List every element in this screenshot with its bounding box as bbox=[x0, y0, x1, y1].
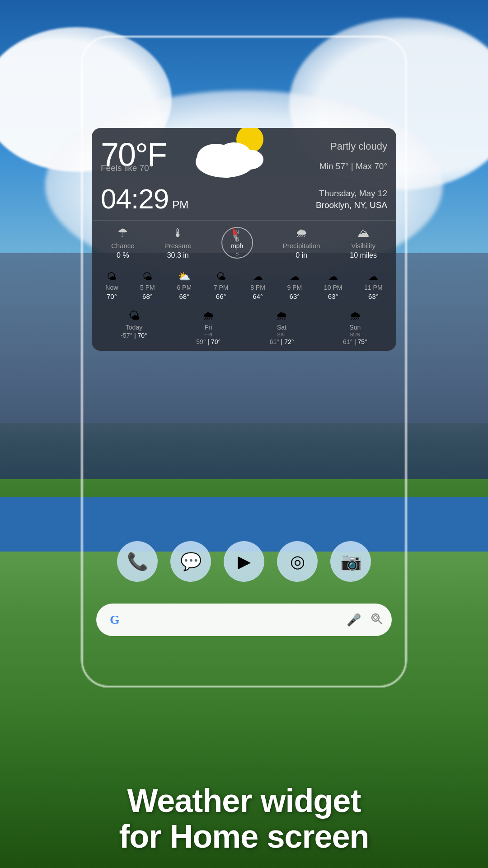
svg-line-7 bbox=[378, 620, 381, 623]
weather-date: Thursday, May 12 bbox=[316, 187, 387, 200]
stat-pressure: 🌡 Pressure 30.3 in bbox=[164, 226, 192, 259]
play-store-icon[interactable]: ▶ bbox=[224, 541, 264, 582]
chrome-icon[interactable]: ◎ bbox=[277, 541, 318, 582]
hour-icon: ☁ bbox=[253, 271, 263, 283]
hour-temp: 66° bbox=[216, 292, 226, 300]
voice-search-icon[interactable]: 🎤 bbox=[347, 613, 361, 627]
hour-temp: 63° bbox=[328, 292, 338, 300]
hour-label: 8 PM bbox=[250, 284, 265, 291]
weather-stats-row: ☂ Chance 0 % 🌡 Pressure 30.3 in N S bbox=[92, 220, 396, 266]
hour-icon: ☁ bbox=[290, 271, 300, 283]
precipitation-value: 0 in bbox=[296, 251, 307, 259]
hour-label: 11 PM bbox=[364, 284, 382, 291]
hour-label: 6 PM bbox=[177, 284, 192, 291]
hourly-item: 🌤 5 PM 68° bbox=[140, 271, 155, 300]
pressure-label: Pressure bbox=[164, 242, 192, 250]
app-dock: 📞💬▶◎📷 bbox=[83, 541, 405, 582]
hour-icon: 🌤 bbox=[107, 271, 117, 283]
stat-chance: ☂ Chance 0 % bbox=[111, 226, 135, 259]
title-line1: Weather widget bbox=[0, 783, 488, 819]
hour-icon: 🌤 bbox=[142, 271, 152, 283]
hour-temp: 64° bbox=[253, 292, 263, 300]
condition-text: Partly cloudy bbox=[330, 141, 387, 152]
svg-point-6 bbox=[374, 616, 377, 619]
camera-icon[interactable]: 📷 bbox=[330, 541, 371, 582]
pressure-icon: 🌡 bbox=[172, 226, 184, 240]
time-display: 04:29 PM bbox=[101, 183, 188, 215]
day-icon: 🌧 bbox=[202, 309, 214, 323]
weather-widget[interactable]: 70°F Partly cloudy Feels like 70° bbox=[92, 128, 396, 351]
stat-visibility: ⛰ Visibility 10 miles bbox=[350, 226, 377, 259]
hour-label: 5 PM bbox=[140, 284, 155, 291]
hour-icon: ☁ bbox=[328, 271, 338, 283]
precipitation-label: Precipitation bbox=[283, 242, 320, 250]
messages-icon[interactable]: 💬 bbox=[170, 541, 211, 582]
phone-inner: 70°F Partly cloudy Feels like 70° bbox=[83, 38, 405, 686]
hourly-item: ☁ 8 PM 64° bbox=[250, 271, 265, 300]
hour-temp: 63° bbox=[368, 292, 379, 300]
wind-speed: 8 mph bbox=[231, 236, 243, 250]
hour-label: 10 PM bbox=[324, 284, 342, 291]
weather-condition-icon bbox=[191, 128, 272, 178]
title-line2: for Home screen bbox=[0, 819, 488, 854]
hourly-item: ☁ 10 PM 63° bbox=[324, 271, 342, 300]
daily-item: 🌧 Sat SAT 61° | 72° bbox=[270, 309, 294, 345]
hour-label: Now bbox=[105, 284, 118, 291]
phone-frame: 70°F Partly cloudy Feels like 70° bbox=[81, 36, 407, 687]
time-location-row: 04:29 PM Thursday, May 12 Brooklyn, NY, … bbox=[92, 178, 396, 220]
daily-forecast: 🌤 Today -57° | 70° 🌧 Fri FRI 59° | 70° 🌧… bbox=[92, 305, 396, 351]
day-sublabel: FRI bbox=[204, 332, 212, 337]
weather-city: Brooklyn, NY, USA bbox=[316, 200, 387, 210]
chance-icon: ☂ bbox=[117, 226, 128, 240]
phone-icon[interactable]: 📞 bbox=[117, 541, 158, 582]
bottom-title-section: Weather widget for Home screen bbox=[0, 783, 488, 854]
stat-wind: N S 8 mph bbox=[221, 227, 253, 259]
time-ampm: PM bbox=[172, 198, 188, 211]
hour-icon: ☁ bbox=[368, 271, 378, 283]
stat-precipitation: 🌧 Precipitation 0 in bbox=[283, 226, 320, 259]
hourly-item: 🌤 Now 70° bbox=[105, 271, 118, 300]
day-label: Sat bbox=[277, 324, 286, 331]
daily-item: 🌤 Today -57° | 70° bbox=[121, 309, 147, 345]
chance-value: 0 % bbox=[117, 251, 129, 259]
time-digits: 04:29 bbox=[101, 183, 169, 215]
pressure-value: 30.3 in bbox=[167, 251, 189, 259]
day-label: Fri bbox=[205, 324, 212, 331]
daily-item: 🌧 Sun SUN 61° | 75° bbox=[343, 309, 367, 345]
google-logo: G bbox=[105, 610, 124, 629]
hourly-item: ☁ 11 PM 63° bbox=[364, 271, 382, 300]
day-icon: 🌧 bbox=[276, 309, 287, 323]
hourly-item: 🌤 7 PM 66° bbox=[214, 271, 229, 300]
hour-label: 9 PM bbox=[287, 284, 302, 291]
feels-like: Feels like 70° bbox=[101, 163, 152, 173]
day-label: Sun bbox=[349, 324, 361, 331]
visibility-value: 10 miles bbox=[350, 251, 377, 259]
hour-icon: 🌤 bbox=[216, 271, 226, 283]
hourly-item: ☁ 9 PM 63° bbox=[287, 271, 302, 300]
day-icon: 🌧 bbox=[349, 309, 361, 323]
hour-temp: 70° bbox=[107, 292, 117, 300]
hour-temp: 63° bbox=[290, 292, 300, 300]
svg-point-4 bbox=[236, 150, 263, 170]
day-sublabel: SAT bbox=[277, 332, 286, 337]
visibility-label: Visibility bbox=[351, 242, 375, 250]
chance-label: Chance bbox=[111, 242, 135, 250]
min-max-temp: Min 57° | Max 70° bbox=[319, 161, 387, 171]
hourly-item: ⛅ 6 PM 68° bbox=[177, 271, 192, 300]
hour-label: 7 PM bbox=[214, 284, 229, 291]
lens-search-icon[interactable] bbox=[370, 612, 383, 628]
google-search-bar[interactable]: G 🎤 bbox=[96, 604, 392, 636]
weather-top-row: 70°F Partly cloudy Feels like 70° bbox=[92, 128, 396, 178]
day-temp: 59° | 70° bbox=[196, 338, 221, 345]
day-temp: -57° | 70° bbox=[121, 332, 147, 339]
hour-temp: 68° bbox=[142, 292, 153, 300]
location-display: Thursday, May 12 Brooklyn, NY, USA bbox=[316, 187, 387, 210]
day-icon: 🌤 bbox=[128, 309, 140, 323]
hour-temp: 68° bbox=[179, 292, 189, 300]
visibility-icon: ⛰ bbox=[357, 226, 369, 240]
compass-dial: N S 8 mph bbox=[221, 227, 253, 259]
day-temp: 61° | 72° bbox=[270, 338, 294, 345]
day-label: Today bbox=[126, 324, 142, 331]
day-sublabel: SUN bbox=[350, 332, 360, 337]
hour-icon: ⛅ bbox=[178, 271, 190, 283]
